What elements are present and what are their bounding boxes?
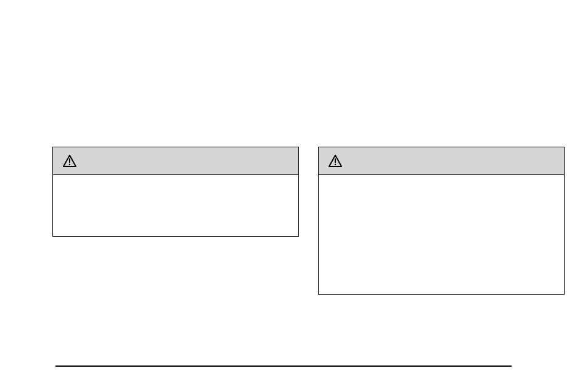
caution-body-right [319, 175, 564, 294]
caution-header-left [53, 147, 298, 175]
warning-triangle-icon [63, 155, 76, 167]
caution-body-left [53, 175, 298, 236]
footer-divider [55, 365, 512, 367]
caution-box-right [318, 147, 565, 295]
svg-point-3 [335, 164, 337, 166]
caution-header-right [319, 147, 564, 175]
caution-box-left [52, 147, 299, 237]
svg-point-1 [69, 164, 71, 166]
warning-triangle-icon [329, 155, 342, 167]
